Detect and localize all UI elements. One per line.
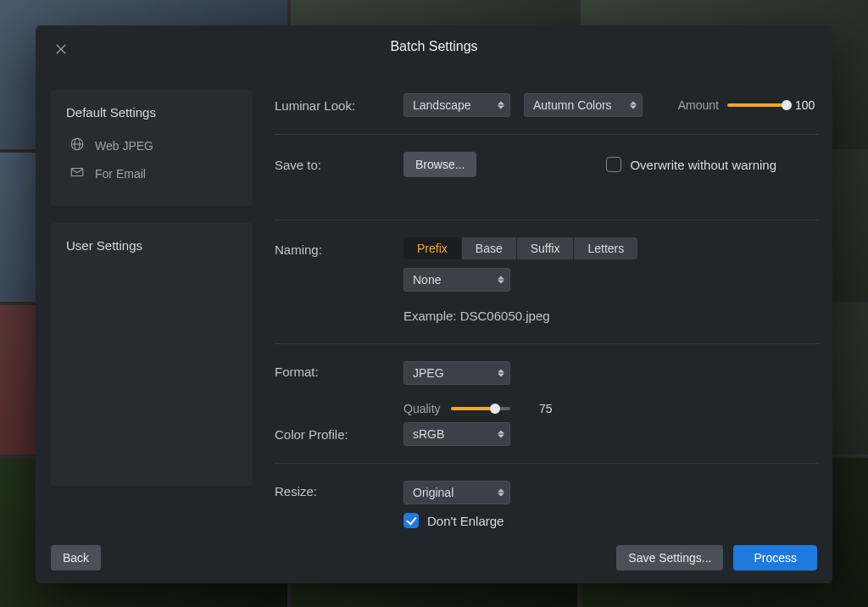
back-label: Back xyxy=(63,551,89,565)
row-format: Format: JPEG Quality 75 xyxy=(275,358,819,419)
overwrite-label: Overwrite without warning xyxy=(630,158,776,172)
modal-header: Batch Settings xyxy=(36,25,832,68)
resize-select[interactable]: Original xyxy=(403,481,510,504)
checkbox-box xyxy=(606,157,621,172)
label-naming: Naming: xyxy=(275,237,403,257)
process-button[interactable]: Process xyxy=(733,545,817,571)
label-color-profile: Color Profile: xyxy=(275,427,403,442)
seg-suffix[interactable]: Suffix xyxy=(517,237,575,259)
preset-label: Web JPEG xyxy=(95,139,153,153)
sidebar: Default Settings Web JPEG For Email User… xyxy=(51,68,253,532)
divider xyxy=(275,343,819,344)
label-resize: Resize: xyxy=(275,481,403,498)
updown-icon xyxy=(630,102,637,109)
updown-icon xyxy=(498,102,504,109)
select-value: JPEG xyxy=(413,366,444,380)
default-settings-title: Default Settings xyxy=(66,105,237,120)
dont-enlarge-label: Don't Enlarge xyxy=(427,514,504,528)
amount-control: Amount 100 xyxy=(678,98,819,112)
process-label: Process xyxy=(754,551,797,565)
divider xyxy=(275,220,819,220)
divider xyxy=(275,463,819,464)
label-format: Format: xyxy=(275,361,403,379)
select-value: Original xyxy=(413,486,453,499)
amount-value: 100 xyxy=(795,98,819,112)
naming-option-select[interactable]: None xyxy=(403,268,510,292)
select-value: sRGB xyxy=(413,427,444,441)
color-profile-select[interactable]: sRGB xyxy=(403,422,510,446)
label-luminar-look: Luminar Look: xyxy=(275,98,403,113)
globe-icon xyxy=(70,136,85,154)
naming-example: Example: DSC06050.jpeg xyxy=(403,300,550,326)
preset-for-email[interactable]: For Email xyxy=(66,159,237,187)
label-save-to: Save to: xyxy=(275,158,403,172)
quality-value: 75 xyxy=(531,402,553,415)
browse-button[interactable]: Browse... xyxy=(403,152,476,177)
quality-label: Quality xyxy=(403,402,441,415)
quality-control: Quality 75 xyxy=(403,393,553,415)
updown-icon xyxy=(498,489,504,497)
seg-prefix[interactable]: Prefix xyxy=(403,237,462,259)
settings-content: Luminar Look: Landscape Autumn Colors Am… xyxy=(253,68,819,532)
modal-title: Batch Settings xyxy=(390,39,477,54)
back-button[interactable]: Back xyxy=(51,545,101,571)
user-settings-title: User Settings xyxy=(66,238,237,253)
select-value: Landscape xyxy=(413,98,471,112)
updown-icon xyxy=(498,431,504,438)
save-settings-label: Save Settings... xyxy=(628,551,711,565)
overwrite-checkbox[interactable]: Overwrite without warning xyxy=(606,157,776,172)
look-preset-select[interactable]: Landscape xyxy=(403,93,510,117)
row-naming: Naming: Prefix Base Suffix Letters None … xyxy=(275,234,819,330)
svg-rect-5 xyxy=(71,169,83,176)
default-settings-panel: Default Settings Web JPEG For Email xyxy=(51,90,253,206)
amount-slider[interactable] xyxy=(727,103,787,107)
row-save-to: Save to: Browse... Overwrite without war… xyxy=(275,148,819,181)
browse-label: Browse... xyxy=(415,158,465,171)
seg-letters[interactable]: Letters xyxy=(574,237,637,259)
quality-slider[interactable] xyxy=(451,407,510,410)
close-icon[interactable] xyxy=(53,41,70,58)
modal-footer: Back Save Settings... Process xyxy=(36,532,832,583)
row-color-profile: Color Profile: sRGB xyxy=(275,419,819,449)
row-resize: Resize: Original Don't Enlarge xyxy=(275,477,819,532)
dont-enlarge-checkbox[interactable]: Don't Enlarge xyxy=(403,513,504,528)
updown-icon xyxy=(498,370,504,377)
preset-label: For Email xyxy=(95,167,146,181)
mail-icon xyxy=(70,164,85,182)
look-color-select[interactable]: Autumn Colors xyxy=(524,93,643,117)
divider xyxy=(275,134,819,135)
amount-label: Amount xyxy=(678,98,719,112)
select-value: Autumn Colors xyxy=(533,98,612,112)
save-settings-button[interactable]: Save Settings... xyxy=(616,545,723,571)
select-value: None xyxy=(413,273,441,287)
row-luminar-look: Luminar Look: Landscape Autumn Colors Am… xyxy=(275,90,819,120)
preset-web-jpeg[interactable]: Web JPEG xyxy=(66,131,237,159)
checkbox-box xyxy=(403,513,419,528)
user-settings-panel: User Settings xyxy=(51,223,253,486)
batch-settings-modal: Batch Settings Default Settings Web JPEG… xyxy=(36,25,832,583)
naming-segmented: Prefix Base Suffix Letters xyxy=(403,237,637,259)
seg-base[interactable]: Base xyxy=(462,237,517,259)
format-select[interactable]: JPEG xyxy=(403,361,510,385)
updown-icon xyxy=(498,276,504,284)
